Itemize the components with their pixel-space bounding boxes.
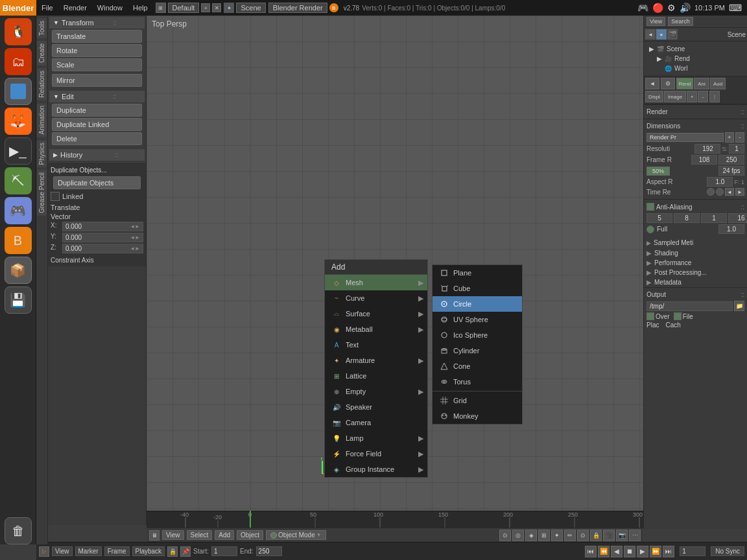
sub-uv-sphere[interactable]: UV Sphere	[433, 312, 522, 327]
mirror-btn[interactable]: Mirror	[52, 74, 142, 87]
sampled-row[interactable]: ▶ Sampled Meti	[644, 237, 747, 248]
history-header[interactable]: ▶ History ::	[49, 149, 145, 161]
tl-lock-icon[interactable]: 🔒	[167, 546, 178, 557]
ctx-group-instance[interactable]: ◈ Group Instance ▶	[325, 461, 427, 477]
aa-checkbox[interactable]	[646, 203, 654, 211]
aa-val4[interactable]: 16	[728, 213, 747, 223]
add-btn[interactable]: Add	[215, 530, 234, 540]
tab-relations[interactable]: Relations	[37, 68, 47, 100]
rp-nav-icon[interactable]: ◄	[645, 29, 656, 40]
sub-cone[interactable]: Cone	[433, 358, 522, 374]
manipulator-icon[interactable]: ✦	[551, 530, 563, 541]
discord-icon[interactable]: 🎮	[5, 197, 32, 224]
res-percent[interactable]: 50%	[646, 167, 670, 176]
rp-nav-left[interactable]: ◄	[645, 78, 659, 89]
edit-header[interactable]: ▼ Edit ::	[49, 91, 145, 102]
app-icon-1[interactable]	[5, 78, 32, 105]
rp-image-tab[interactable]: Image	[664, 91, 686, 102]
play-back[interactable]: ◀	[611, 546, 622, 557]
sub-cube[interactable]: Cube	[433, 281, 522, 296]
duplicate-btn[interactable]: Duplicate	[52, 104, 142, 117]
play-fwd[interactable]: ▶	[637, 546, 648, 557]
rp-more-icons[interactable]: ⋮	[709, 91, 720, 102]
delete-btn[interactable]: Delete	[52, 132, 142, 145]
rp-audio-tab[interactable]: Aud	[710, 78, 726, 89]
ctx-speaker[interactable]: 🔊 Speaker	[325, 399, 427, 415]
menu-file[interactable]: File	[36, 0, 58, 16]
time-re-left[interactable]: ◄	[725, 188, 734, 196]
scene-selector[interactable]: Scene	[236, 3, 265, 13]
frame-250-input[interactable]: 250	[718, 155, 744, 165]
ctx-metaball[interactable]: ◉ Metaball ▶	[325, 321, 427, 337]
firefox-icon[interactable]: 🦊	[5, 108, 32, 135]
aa-val1[interactable]: 5	[646, 213, 672, 223]
camera-btn[interactable]: 📷	[616, 530, 628, 541]
sub-monkey[interactable]: Monkey	[433, 408, 522, 424]
tree-scene[interactable]: ▶ 🎬 Scene	[646, 44, 744, 54]
snap-icon[interactable]: ⊙	[499, 530, 511, 541]
rp-prop-icon[interactable]: ⚙	[661, 78, 675, 89]
output-header[interactable]: Output ::	[646, 290, 744, 299]
sub-circle[interactable]: Circle	[433, 296, 522, 312]
scale-btn[interactable]: Scale	[52, 58, 142, 71]
rp-render-tab[interactable]: Rend	[676, 78, 693, 89]
tab-physics[interactable]: Physics	[37, 140, 47, 167]
tree-world[interactable]: 🌐 Worl	[654, 64, 744, 73]
time-re-btn2[interactable]	[716, 188, 724, 196]
app-icon-2[interactable]: 📦	[5, 257, 32, 284]
menu-help[interactable]: Help	[128, 0, 153, 16]
duplicate-linked-btn[interactable]: Duplicate Linked	[52, 118, 142, 131]
tl-marker-btn[interactable]: Marker	[75, 546, 102, 556]
x-input[interactable]: 0.000 ◄►	[62, 222, 143, 231]
preset-add[interactable]: +	[725, 132, 734, 143]
rotate-btn[interactable]: Rotate	[52, 44, 142, 57]
rp-scene-icon2[interactable]: 🎬	[667, 29, 678, 40]
layer-icon[interactable]: ⊙	[577, 530, 589, 541]
ctx-empty[interactable]: ⊕ Empty ▶	[325, 384, 427, 399]
tab-create[interactable]: Create	[37, 41, 47, 65]
sub-plane[interactable]: Plane	[433, 265, 522, 281]
aa-header[interactable]: Anti-Aliasing ::	[646, 202, 744, 212]
current-frame-input[interactable]	[680, 546, 706, 556]
ctx-curve[interactable]: ~ Curve ▶	[325, 290, 427, 306]
viewport-icon[interactable]: 🖥	[149, 530, 160, 541]
mode-select[interactable]: Object Mode ▼	[266, 530, 326, 540]
rp-scene-icon[interactable]: ●	[656, 29, 667, 40]
more-btn[interactable]: ⋯	[629, 530, 641, 541]
rp-display-tab[interactable]: Displ	[645, 91, 663, 102]
aa-val2[interactable]: 8	[674, 213, 700, 223]
play-jump-end[interactable]: ⏭	[663, 546, 674, 557]
layout-remove[interactable]: ✕	[212, 3, 221, 12]
ctx-text[interactable]: A Text	[325, 337, 427, 353]
ctx-lattice[interactable]: ⊞ Lattice	[325, 368, 427, 384]
pivot-icon[interactable]: ◈	[525, 530, 537, 541]
draw-icon[interactable]: ✏	[564, 530, 576, 541]
tl-pin-icon[interactable]: 📌	[180, 546, 191, 557]
render-engine[interactable]: Blender Render	[268, 3, 327, 13]
res-y-input[interactable]: 108	[691, 155, 717, 165]
dup-obj-btn[interactable]: Duplicate Objects	[53, 176, 141, 189]
tl-view-btn[interactable]: View	[52, 546, 73, 556]
file-checkbox[interactable]	[674, 312, 682, 320]
res-s-input[interactable]: 1	[729, 144, 744, 154]
layout-selector[interactable]: Default	[168, 3, 200, 13]
ubuntu-icon[interactable]: 🐧	[5, 18, 32, 45]
rp-image-add[interactable]: +	[687, 91, 697, 102]
blender-icon[interactable]: B	[5, 227, 32, 254]
rp-view-btn[interactable]: View	[646, 17, 665, 26]
blender-logo[interactable]: Blender	[0, 0, 36, 16]
end-input[interactable]	[256, 546, 282, 556]
lock-icon[interactable]: 🔒	[590, 530, 602, 541]
render-preset-select[interactable]: Render Pr	[646, 133, 724, 142]
translate-btn[interactable]: Translate	[52, 30, 142, 43]
tree-render[interactable]: ▶ 🎥 Rend	[654, 54, 744, 64]
terminal-icon[interactable]: ▶_	[5, 137, 32, 165]
tl-playback-btn[interactable]: Playback	[132, 546, 165, 556]
y-input[interactable]: 0.000 ◄►	[62, 233, 143, 242]
ctx-force-field[interactable]: ⚡ Force Field ▶	[325, 446, 427, 461]
view-btn[interactable]: View	[162, 530, 184, 540]
layout-add[interactable]: +	[201, 3, 210, 12]
menu-window[interactable]: Window	[92, 0, 128, 16]
trash-icon[interactable]: 🗑	[5, 517, 32, 544]
dimensions-header[interactable]: Dimensions ::	[646, 121, 744, 131]
